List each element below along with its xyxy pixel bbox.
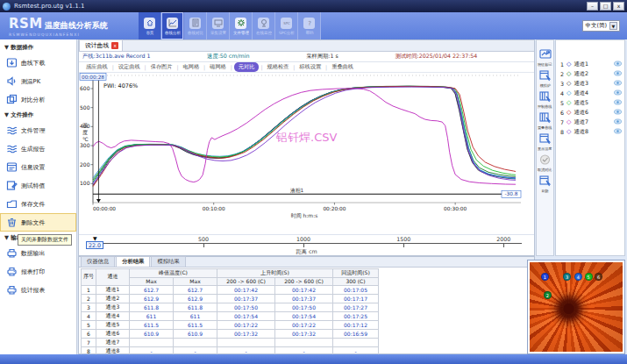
toolbar-button-monitor[interactable]: 在线监控 — [253, 12, 275, 39]
value-cell: 611.8 — [174, 303, 217, 311]
probe-marker-5[interactable]: 5 — [585, 273, 593, 281]
close-button[interactable]: x — [613, 2, 624, 11]
sidebar-section-header[interactable]: ▼ 数据操作 — [0, 41, 76, 54]
value-cell: 612.9 — [174, 294, 217, 303]
ruler-tick-label: 1000 — [296, 236, 310, 242]
sidebar-item-print[interactable]: 报表打印 — [0, 262, 76, 281]
sidebar-item-speaker[interactable]: 测温PK — [0, 72, 76, 90]
legend-row-3[interactable]: 3◇通道3 — [556, 79, 624, 89]
probe-photo[interactable]: 123456 — [530, 262, 623, 352]
table-row[interactable]: 7通道7 — [82, 338, 379, 346]
value-cell: 00:17:22 — [217, 320, 275, 329]
check-icon — [539, 154, 552, 168]
sidebar-item-save[interactable]: 保存文件 — [0, 195, 76, 213]
ruler-tick — [203, 244, 204, 247]
plot-tool-4[interactable]: 显示温度 — [537, 133, 552, 151]
toolbar-button-spc[interactable]: SPCSPC分析 — [275, 12, 298, 39]
plot-tool-5[interactable]: 取消对比 — [537, 154, 552, 172]
eye-icon[interactable] — [614, 109, 622, 117]
legend-row-4[interactable]: 4◇通道4 — [556, 89, 624, 98]
eye-icon[interactable] — [614, 61, 622, 68]
sidebar-section-header[interactable]: ▼ 文件操作 — [0, 109, 76, 121]
table-row[interactable]: 2通道2612.9612.900:17:3700:17:3700:17:17 — [82, 294, 379, 303]
plot-tool-0[interactable]: 特征标记 — [537, 49, 552, 67]
subtab-0[interactable]: 感应曲线 — [83, 63, 110, 71]
analysis-tab-1[interactable]: 分析结果 — [116, 256, 150, 267]
table-row[interactable]: 5通道5611.5611.500:17:2200:17:2200:17:12 — [82, 320, 379, 329]
legend-row-2[interactable]: 2◇通道2 — [556, 69, 624, 79]
language-select[interactable]: 中文(简) ▼ — [582, 20, 620, 32]
sidebar-item-download[interactable]: 曲线下载 — [0, 54, 76, 72]
sidebar-item-label: 保存文件 — [21, 200, 45, 209]
maximize-button[interactable]: □ — [600, 2, 611, 11]
subtab-8[interactable]: 重叠曲线 — [329, 63, 356, 71]
table-row[interactable]: 1通道1612.7612.700:17:4200:17:4200:17:05 — [82, 285, 379, 294]
probe-marker-6[interactable]: 6 — [595, 273, 602, 281]
analysis-tab-0[interactable]: 仪器信息 — [81, 256, 115, 267]
sidebar-item-compare[interactable]: 对比分析 — [0, 90, 76, 109]
table-row[interactable]: 3通道3611.8611.800:17:5000:17:5000:17:27 — [82, 303, 379, 311]
plot-tool-1[interactable]: 模拟炉 — [539, 70, 552, 88]
sidebar-item-info[interactable]: 信息设置 — [0, 158, 76, 176]
toolbar-button-label: 文件管理 — [233, 30, 249, 34]
toolbar-button-doc[interactable]: 曲线对比 — [184, 12, 207, 39]
eye-icon[interactable] — [614, 99, 622, 107]
temperature-plot[interactable]: 100200300400500600温度℃00:00:0000:10:0000:… — [79, 73, 534, 234]
subtab-5[interactable]: 元对比 — [234, 62, 260, 72]
table-row[interactable]: 6通道6610.9610.900:17:3200:17:3200:16:59 — [82, 329, 379, 338]
sidebar-item-wave[interactable]: 生成报告 — [0, 139, 76, 158]
subtab-2[interactable]: 保存图片 — [148, 63, 175, 71]
tab-design-curve[interactable]: 设计曲线 x — [79, 39, 123, 51]
subtab-6[interactable]: 规格检查 — [265, 63, 292, 71]
subtab-4[interactable]: 磁网格 — [207, 63, 229, 71]
probe-marker-4[interactable]: 4 — [574, 273, 582, 281]
sidebar-item-edit[interactable]: 测试特值 — [0, 176, 76, 195]
row-index-cell: 7 — [82, 338, 96, 346]
plot-tool-label: 模拟炉 — [539, 83, 550, 88]
svg-text:200: 200 — [80, 161, 90, 168]
distance-ruler: ▼ 22.0 距离 cm 500100015002000 — [79, 234, 534, 255]
value-cell: 610.9 — [130, 329, 174, 338]
value-cell — [130, 338, 174, 346]
sidebar-item-wave[interactable]: 文件管理 — [0, 121, 76, 139]
legend-row-6[interactable]: 6◇通道6 — [556, 108, 624, 118]
probe-marker-3[interactable]: 3 — [563, 273, 571, 281]
subtab-separator: | — [231, 64, 232, 70]
legend-row-7[interactable]: 7◇通道7 — [556, 118, 624, 127]
monitor-icon — [258, 18, 269, 29]
legend-row-5[interactable]: 5◇通道5 — [556, 98, 624, 108]
toolbar-button-gear[interactable]: 文件管理 — [230, 12, 253, 39]
toolbar-button-home[interactable]: 首页 — [139, 12, 161, 39]
plot-tool-3[interactable]: 重叠曲线 — [537, 112, 552, 130]
eye-icon[interactable] — [614, 80, 622, 88]
eye-icon[interactable] — [614, 89, 622, 97]
sidebar-item-label: 信息设置 — [21, 163, 45, 172]
subtab-1[interactable]: 设定曲线 — [116, 63, 143, 71]
table-row[interactable]: 4通道461161100:17:5400:17:5400:17:25 — [82, 311, 379, 320]
sidebar-item-out[interactable]: 数据输出 — [0, 244, 76, 262]
probe-marker-1[interactable]: 1 — [541, 273, 549, 281]
legend-index: 1 — [559, 61, 564, 68]
tab-close-icon[interactable]: x — [111, 42, 118, 49]
analysis-tab-2[interactable]: 模拟结果 — [151, 256, 185, 267]
subtab-separator: | — [203, 64, 205, 70]
toolbar-button-help[interactable]: ?帮助 — [298, 12, 321, 39]
analysis-table: 序号通道峰值温度(C)上升时间(S)回流时间(S)MaxMax200 -> 60… — [81, 268, 379, 364]
eye-icon[interactable] — [614, 70, 622, 78]
eye-icon[interactable] — [614, 118, 622, 126]
plot-tool-2[interactable]: 控制曲线 — [537, 91, 552, 109]
subtab-3[interactable]: 电网格 — [181, 63, 203, 71]
plot-tool-label: 特征标记 — [538, 62, 552, 67]
probe-marker-2[interactable]: 2 — [544, 291, 552, 299]
minimize-button[interactable]: – — [587, 2, 598, 11]
eye-icon[interactable] — [614, 128, 622, 136]
subtab-7[interactable]: 标线设置 — [296, 63, 324, 71]
legend-row-1[interactable]: 1◇通道1 — [556, 60, 624, 69]
toolbar-button-chart[interactable]: 曲线分析 — [161, 12, 184, 39]
toolbar-button-device[interactable]: 采集设置 — [207, 12, 230, 39]
ruler-tick — [503, 244, 504, 247]
legend-row-8[interactable]: 8◇通道8 — [556, 127, 624, 137]
sidebar-item-trash[interactable]: 删除文件 — [0, 213, 76, 232]
plot-tool-6[interactable]: 刷新 — [539, 175, 552, 193]
sidebar-item-print[interactable]: 统计报表 — [0, 281, 76, 299]
